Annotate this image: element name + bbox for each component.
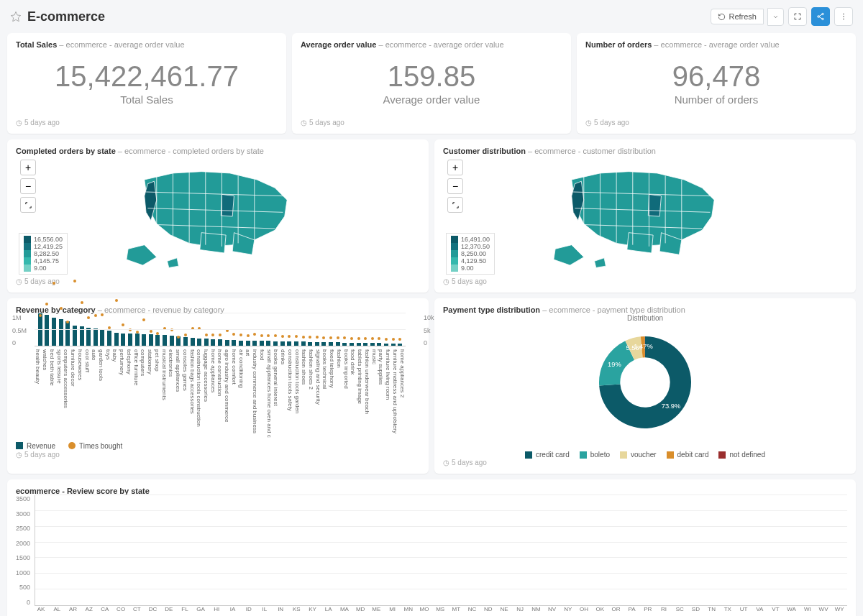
chart-legend: Revenue Times bought xyxy=(16,442,420,450)
stat-label: Number of orders xyxy=(675,93,759,106)
topbar: E-commerce Refresh xyxy=(0,0,863,33)
panel-subtitle: ecommerce - average order value xyxy=(661,40,780,49)
more-menu-button[interactable] xyxy=(834,7,853,26)
refresh-interval-caret[interactable] xyxy=(767,8,784,26)
stat-label: Average order value xyxy=(383,93,480,106)
panel-title: Payment type distribution xyxy=(443,305,540,314)
review-bar-chart[interactable]: 3500300025002000150010005000 xyxy=(16,495,847,606)
panel-timestamp: ◷ 5 days ago xyxy=(443,459,847,466)
panel-title: Completed orders by state xyxy=(16,147,116,155)
us-choropleth-map[interactable] xyxy=(483,155,807,277)
pie-chart-title: Distribution xyxy=(627,314,663,322)
dashboard-grid: Total Sales – ecommerce - average order … xyxy=(0,33,863,616)
chevron-down-icon xyxy=(772,14,779,20)
payment-donut-chart[interactable]: 73.9%19%5.56%1.47% xyxy=(588,325,703,440)
dashboard-title: E-commerce xyxy=(27,9,105,24)
panel-avg-order-value: Average order value – ecommerce - averag… xyxy=(292,33,571,134)
map-legend: 16,556.0012,419.258,282.504,145.759.00 xyxy=(19,233,68,275)
panel-timestamp: ◷ 5 days ago xyxy=(585,119,847,127)
revenue-bar-chart[interactable]: 1M0.5M0 10k5k0 health beautywatchesbed b… xyxy=(16,314,420,451)
map-zoom-in[interactable]: + xyxy=(20,160,36,175)
panel-timestamp: ◷ 5 days ago xyxy=(16,451,420,459)
share-button[interactable] xyxy=(811,7,830,26)
stat-value: 159.85 xyxy=(388,62,475,91)
panel-num-orders: Number of orders – ecommerce - average o… xyxy=(577,33,856,134)
map-fullscreen[interactable] xyxy=(20,197,36,213)
more-vertical-icon xyxy=(839,12,848,21)
panel-timestamp: ◷ 5 days ago xyxy=(443,277,847,285)
map-fullscreen[interactable] xyxy=(447,197,463,213)
panel-customer-distribution-map: Customer distribution – ecommerce - cust… xyxy=(434,139,856,293)
panel-subtitle: ecommerce - payment type distribution xyxy=(549,305,685,314)
panel-total-sales: Total Sales – ecommerce - average order … xyxy=(7,33,286,134)
map-zoom-in[interactable]: + xyxy=(447,160,463,175)
panel-timestamp: ◷ 5 days ago xyxy=(301,119,562,127)
favorite-star-icon[interactable] xyxy=(10,11,22,22)
refresh-button[interactable]: Refresh xyxy=(711,9,764,24)
panel-subtitle: ecommerce - customer distribution xyxy=(534,147,656,155)
panel-subtitle: ecommerce - average order value xyxy=(66,40,185,49)
fullscreen-button[interactable] xyxy=(788,7,807,26)
svg-text:73.9%: 73.9% xyxy=(662,403,680,410)
svg-point-5 xyxy=(843,19,844,20)
svg-text:19%: 19% xyxy=(608,361,621,368)
panel-payment-type: Payment type distribution – ecommerce - … xyxy=(434,298,856,474)
refresh-label: Refresh xyxy=(729,12,757,21)
panel-revenue-category: Revenue by category – ecommerce - revenu… xyxy=(7,298,429,474)
svg-text:1.47%: 1.47% xyxy=(634,343,652,350)
refresh-icon xyxy=(718,13,726,21)
panel-completed-orders-map: Completed orders by state – ecommerce - … xyxy=(7,139,429,293)
stat-value: 15,422,461.77 xyxy=(55,62,239,91)
map-legend: 16,491.0012,370.508,250.004,129.509.00 xyxy=(446,233,495,275)
panel-title: Customer distribution xyxy=(443,147,526,155)
us-choropleth-map[interactable] xyxy=(56,155,380,277)
panel-review-score: ecommerce - Review score by state 350030… xyxy=(7,479,856,616)
share-icon xyxy=(816,12,825,21)
panel-timestamp: ◷ 5 days ago xyxy=(16,277,420,285)
map-zoom-out[interactable]: − xyxy=(447,178,463,194)
svg-point-3 xyxy=(843,14,844,15)
panel-title: Total Sales xyxy=(16,40,57,49)
panel-subtitle: ecommerce - completed orders by state xyxy=(124,147,264,155)
map-zoom-out[interactable]: − xyxy=(20,178,36,194)
stat-value: 96,478 xyxy=(672,62,760,91)
panel-timestamp: ◷ 5 days ago xyxy=(16,119,278,127)
panel-title: Number of orders xyxy=(585,40,652,49)
stat-label: Total Sales xyxy=(120,93,173,106)
chart-legend: credit cardboletovoucherdebit cardnot de… xyxy=(443,451,847,459)
expand-icon xyxy=(793,12,802,21)
svg-point-4 xyxy=(843,16,844,17)
panel-title: Average order value xyxy=(301,40,376,49)
panel-subtitle: ecommerce - average order value xyxy=(385,40,504,49)
